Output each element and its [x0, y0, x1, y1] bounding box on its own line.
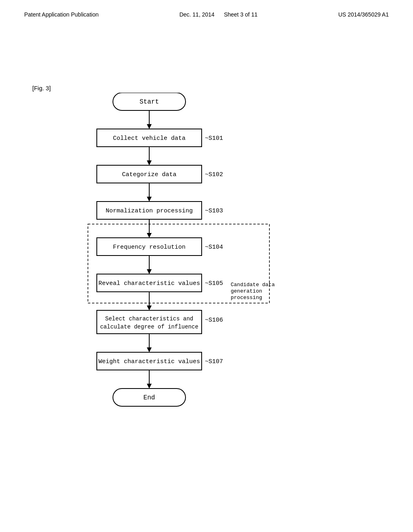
header-patent-number: US 2014/365029 A1: [338, 11, 389, 18]
s107-label: Weight characteristic values: [98, 358, 200, 365]
start-label: Start: [140, 98, 159, 106]
svg-marker-20: [147, 347, 152, 352]
s101-label: Collect vehicle data: [113, 135, 186, 142]
svg-marker-23: [147, 384, 152, 389]
s101-step: ~S101: [205, 135, 223, 142]
figure-label: [Fig. 3]: [32, 85, 51, 91]
svg-marker-8: [147, 197, 152, 202]
flowchart-svg: Start Collect vehicle data ~S101 Categor…: [65, 93, 290, 439]
header-sheet: Sheet 3 of 11: [224, 11, 257, 18]
candidate-label-line3: processing: [231, 295, 262, 301]
s105-step: ~S105: [205, 280, 223, 287]
svg-marker-2: [147, 124, 152, 129]
page-header: Patent Application Publication Dec. 11, …: [0, 0, 413, 18]
end-label: End: [144, 394, 155, 401]
s107-step: ~S107: [205, 358, 223, 365]
svg-marker-17: [147, 305, 152, 310]
svg-marker-11: [147, 233, 152, 238]
header-publication: Patent Application Publication: [24, 11, 98, 18]
candidate-label-line1: Candidate data: [231, 282, 275, 288]
s106-label-line2: calculate degree of influence: [100, 324, 198, 330]
s106-label-line1: Select characteristics and: [105, 316, 193, 322]
svg-marker-5: [147, 160, 152, 165]
s104-label: Frequency resolution: [113, 244, 186, 251]
s103-label: Normalization processing: [106, 208, 193, 214]
s106-step: ~S106: [205, 317, 223, 324]
s103-step: ~S103: [205, 208, 223, 214]
header-date: Dec. 11, 2014: [179, 11, 215, 18]
svg-rect-18: [97, 310, 202, 334]
s102-label: Categorize data: [122, 171, 176, 178]
candidate-label-line2: generation: [231, 288, 262, 294]
header-date-sheet: Dec. 11, 2014 Sheet 3 of 11: [179, 11, 258, 18]
s102-step: ~S102: [205, 171, 223, 178]
s104-step: ~S104: [205, 244, 223, 251]
flowchart: Start Collect vehicle data ~S101 Categor…: [65, 93, 339, 441]
s105-label: Reveal characteristic values: [98, 280, 200, 287]
svg-marker-14: [147, 269, 152, 274]
